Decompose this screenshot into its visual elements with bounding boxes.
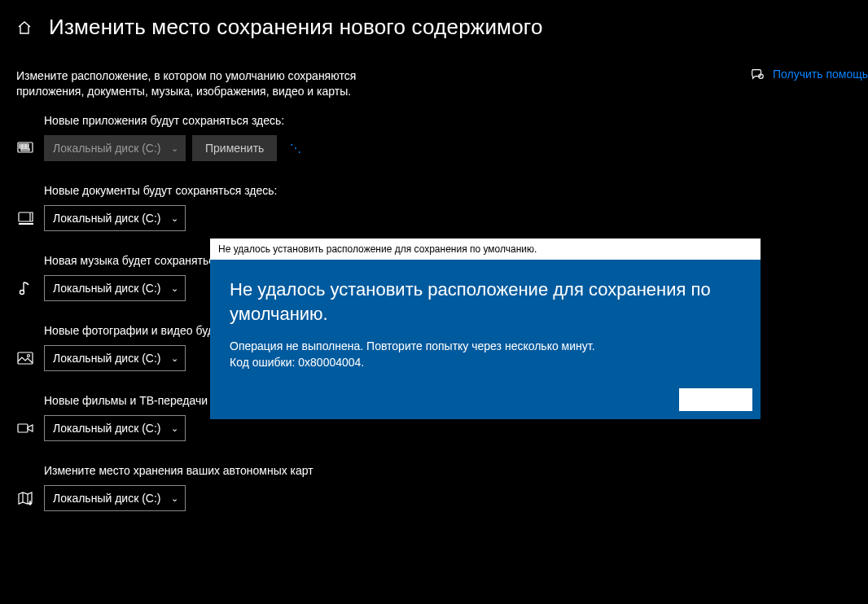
svg-rect-2 <box>20 144 22 146</box>
svg-rect-9 <box>19 212 30 221</box>
get-help-label: Получить помощь <box>773 68 868 81</box>
chevron-down-icon: ⌄ <box>171 214 178 223</box>
page-title: Изменить место сохранения нового содержи… <box>49 15 543 40</box>
error-dialog: Не удалось установить расположение для с… <box>210 239 761 419</box>
maps-drive-select[interactable]: Локальный диск (C:) ⌄ <box>44 485 186 511</box>
svg-rect-3 <box>23 144 25 146</box>
photos-drive-value: Локальный диск (C:) <box>53 352 161 365</box>
svg-rect-11 <box>18 352 33 364</box>
docs-drive-select[interactable]: Локальный диск (C:) ⌄ <box>44 205 186 231</box>
setting-apps-label: Новые приложения будут сохраняться здесь… <box>16 114 868 127</box>
apply-button[interactable]: Применить <box>192 135 277 161</box>
svg-rect-5 <box>20 147 22 148</box>
photos-icon <box>16 349 34 367</box>
movies-drive-value: Локальный диск (C:) <box>53 422 161 435</box>
documents-icon <box>16 209 34 227</box>
svg-rect-7 <box>26 147 28 148</box>
svg-rect-6 <box>23 147 25 148</box>
setting-docs-label: Новые документы будут сохраняться здесь: <box>16 184 868 197</box>
home-icon[interactable] <box>16 20 33 36</box>
setting-maps-label: Измените место хранения ваших автономных… <box>16 464 868 477</box>
svg-point-10 <box>20 291 24 295</box>
dialog-titlebar: Не удалось установить расположение для с… <box>210 239 761 260</box>
docs-drive-value: Локальный диск (C:) <box>53 212 161 225</box>
music-icon <box>16 279 34 297</box>
chevron-down-icon: ⌄ <box>171 354 178 363</box>
svg-rect-13 <box>18 424 28 432</box>
apps-drive-value: Локальный диск (C:) <box>53 142 161 155</box>
svg-rect-4 <box>26 144 28 146</box>
movies-drive-select[interactable]: Локальный диск (C:) ⌄ <box>44 415 186 441</box>
dialog-message-line1: Операция не выполнена. Повторите попытку… <box>230 338 741 354</box>
dialog-message-line2: Код ошибки: 0x80004004. <box>230 354 741 370</box>
chevron-down-icon: ⌄ <box>171 424 178 433</box>
music-drive-value: Локальный диск (C:) <box>53 282 161 295</box>
ok-button[interactable]: OK <box>679 388 752 411</box>
setting-maps: Измените место хранения ваших автономных… <box>16 464 868 511</box>
apps-icon <box>16 139 34 157</box>
chevron-down-icon: ⌄ <box>171 144 178 153</box>
maps-drive-value: Локальный диск (C:) <box>53 492 161 505</box>
loading-spinner-icon: ⋱ <box>290 142 303 155</box>
setting-apps: Новые приложения будут сохраняться здесь… <box>16 114 868 161</box>
maps-icon <box>16 489 34 507</box>
chevron-down-icon: ⌄ <box>171 284 178 293</box>
chevron-down-icon: ⌄ <box>171 494 178 503</box>
music-drive-select[interactable]: Локальный диск (C:) ⌄ <box>44 275 186 301</box>
photos-drive-select[interactable]: Локальный диск (C:) ⌄ <box>44 345 186 371</box>
page-subtitle: Измените расположение, в котором по умол… <box>0 48 375 99</box>
apps-drive-select: Локальный диск (C:) ⌄ <box>44 135 186 161</box>
chat-icon <box>750 67 765 81</box>
video-icon <box>16 419 34 437</box>
svg-point-12 <box>28 355 30 357</box>
setting-docs: Новые документы будут сохраняться здесь:… <box>16 184 868 231</box>
get-help-link[interactable]: Получить помощь <box>750 67 868 81</box>
dialog-heading: Не удалось установить расположение для с… <box>230 278 741 326</box>
svg-rect-8 <box>21 149 29 151</box>
